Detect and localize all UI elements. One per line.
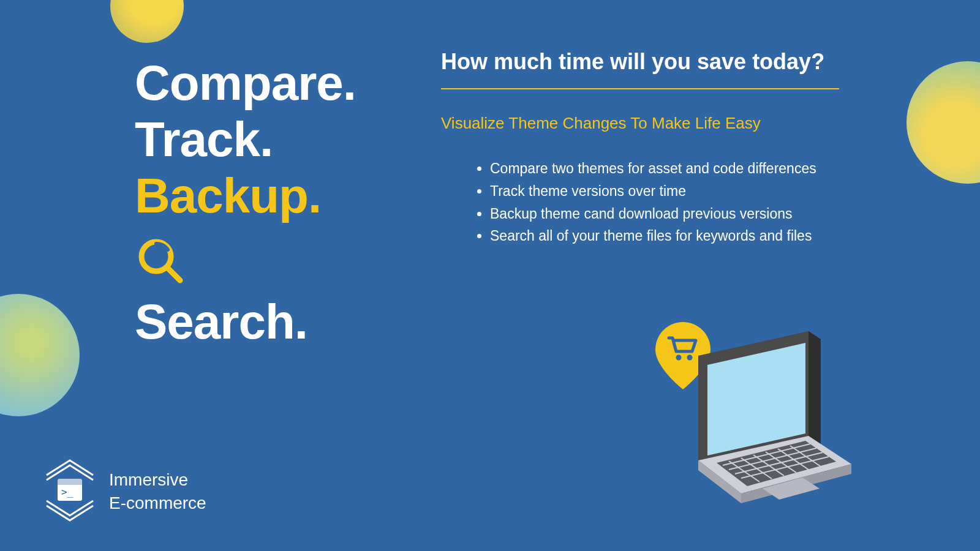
svg-rect-23 <box>58 479 82 485</box>
feature-item: Track theme versions over time <box>490 180 882 203</box>
laptop-illustration <box>625 316 858 539</box>
divider <box>441 88 839 89</box>
brand-line-1: Immersive <box>109 468 206 492</box>
brand-logo-icon: >_ <box>43 457 97 527</box>
brand-line-2: E-commerce <box>109 492 206 515</box>
keyword-backup: Backup. <box>135 168 441 224</box>
keyword-compare: Compare. <box>135 55 441 111</box>
svg-line-1 <box>167 268 180 280</box>
feature-item: Compare two themes for asset and code di… <box>490 157 882 180</box>
svg-point-3 <box>687 355 693 361</box>
svg-marker-5 <box>809 331 821 444</box>
svg-text:>_: >_ <box>61 486 74 498</box>
feature-item: Backup theme cand download previous vers… <box>490 203 882 225</box>
search-icon <box>135 235 441 289</box>
headline: How much time will you save today? <box>441 49 882 75</box>
decorative-circle-left <box>0 294 80 416</box>
left-column: Compare. Track. Backup. Search. <box>135 55 441 350</box>
feature-item: Search all of your theme files for keywo… <box>490 225 882 247</box>
brand-block: >_ Immersive E-commerce <box>43 457 206 527</box>
laptop-icon <box>698 331 851 503</box>
decorative-circle-right <box>907 61 980 184</box>
keyword-search: Search. <box>135 294 441 350</box>
keyword-track: Track. <box>135 111 441 168</box>
right-column: How much time will you save today? Visua… <box>441 49 882 247</box>
subheadline: Visualize Theme Changes To Make Life Eas… <box>441 114 882 133</box>
svg-point-2 <box>676 355 682 361</box>
brand-text: Immersive E-commerce <box>109 468 206 515</box>
feature-list: Compare two themes for asset and code di… <box>441 157 882 247</box>
decorative-circle-top <box>110 0 184 43</box>
